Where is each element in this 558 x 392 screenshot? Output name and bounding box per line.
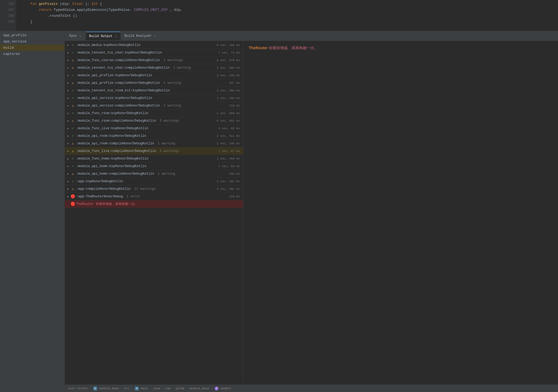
table-row[interactable]: ▶ ✓ :module_api_profile:kspHonorDebugKot…	[65, 72, 243, 79]
expand-icon[interactable]: ▶	[66, 66, 70, 70]
tab-build-analyzer-close[interactable]: ✕	[153, 34, 157, 38]
table-row[interactable]: ▶ ✓ :module_media:kspHonorDebugKotlin 9 …	[65, 41, 243, 49]
row-time: 7 sec, 87 ms	[213, 150, 243, 153]
row-time: 9 sec, 108 ms	[213, 44, 243, 47]
breadcrumb-src: src	[124, 387, 129, 390]
row-label: :app:compileHonorDebugKotlin 21 warnings	[76, 187, 213, 191]
table-row[interactable]: ▶ ✓ :module_api_service:kspHonorDebugKot…	[65, 94, 243, 102]
line-num-157: 157	[0, 7, 14, 13]
tab-sync-label: Sync	[69, 34, 77, 38]
content-area: Sync ✕ Build Output ✕ Build Analyzer ✕ ▶…	[65, 31, 558, 392]
row-label: :module_media:kspHonorDebugKotlin	[76, 43, 213, 47]
tab-sync[interactable]: Sync ✕	[66, 32, 85, 40]
row-time: 6 sec, 879 ms	[213, 59, 243, 62]
expand-icon[interactable]: ▶	[66, 157, 70, 161]
row-time: 7 sec, 13 ms	[213, 51, 243, 54]
row-time: 4 sec, 80 ms	[213, 127, 243, 130]
router-error-message: TheRouter 有模块增减，请再构建一次。	[249, 46, 553, 51]
row-time: 1 sec, 346 ms	[213, 142, 243, 145]
error-icon: 🔴	[70, 202, 75, 207]
build-list-panel[interactable]: ▶ ✓ :module_media:kspHonorDebugKotlin 9 …	[65, 41, 243, 384]
expand-icon[interactable]: ▶	[66, 172, 70, 176]
line-num-156: 156	[0, 1, 14, 7]
expand-icon[interactable]: ▶	[66, 164, 70, 168]
table-row[interactable]: ▶ ⚠ :module_api_room:compileHonorDebugKo…	[65, 140, 243, 147]
expand-icon[interactable]: ▶	[66, 119, 70, 123]
expand-icon[interactable]: ▶	[66, 134, 70, 138]
table-row[interactable]: ▶ ⚠ :module_api_service:compileHonorDebu…	[65, 102, 243, 109]
expand-icon[interactable]: ▶	[66, 111, 70, 115]
expand-icon[interactable]: ▶	[66, 187, 70, 191]
table-row[interactable]: ▶ ⚠ :module_api_home:compileHonorDebugKo…	[65, 170, 243, 178]
sidebar-item-captures[interactable]: captures	[0, 51, 65, 57]
breadcrumb-module-base: module_base	[99, 387, 119, 390]
success-icon: ✓	[70, 134, 75, 138]
row-label: :module_func_room:compileHonorDebugKotli…	[76, 119, 213, 123]
sidebar-item-app-service[interactable]: app_service	[0, 38, 65, 45]
expand-icon[interactable]: ▶	[66, 179, 70, 184]
expand-icon[interactable]: ▶	[66, 81, 70, 85]
tab-build-output-close[interactable]: ✕	[114, 34, 118, 38]
breadcrumb-module-base-2: module_base	[190, 387, 209, 390]
expand-icon[interactable]: ▶	[66, 73, 70, 78]
router-label: TheRouter	[249, 46, 268, 50]
row-label: :module_api_profile:kspHonorDebugKotlin	[76, 74, 213, 77]
table-row[interactable]: ▶ ✓ :module_func_room:kspHonorDebugKotli…	[65, 109, 243, 117]
sidebar-item-build[interactable]: build	[0, 45, 65, 51]
table-row[interactable]: ▶ ✓ :app:kspHonorDebugKotlin 2 sec, 391 …	[65, 178, 243, 185]
error-icon: 🔴	[70, 194, 75, 199]
table-row[interactable]: ▶ ⚠ :module_tencent_tui_chat:compileHono…	[65, 64, 243, 72]
table-row[interactable]: ▶ ⚠ :module_func_live:compileHonorDebugK…	[65, 147, 243, 155]
code-line-159: }	[22, 19, 558, 25]
row-time: 2 sec, 339 ms	[213, 74, 243, 77]
warning-icon: ⚠	[70, 58, 75, 63]
success-icon: ✓	[70, 164, 75, 169]
table-row[interactable]: ▶ 🔴 :app:TheRouterHonorDebug 1 error 219…	[65, 193, 243, 200]
tab-build-analyzer[interactable]: Build Analyzer ✕	[121, 32, 160, 40]
expand-icon[interactable]: ▶	[66, 51, 70, 55]
expand-icon[interactable]: ▶	[66, 104, 70, 108]
breadcrumb-user-client: user-client	[68, 387, 88, 390]
tab-sync-close[interactable]: ✕	[79, 34, 82, 38]
table-row[interactable]: ▶ ⚠ :app:compileHonorDebugKotlin 21 warn…	[65, 185, 243, 193]
error-message-row[interactable]: 🔴 TheRouter 有模块增减，请再构建一次。	[65, 200, 243, 208]
success-icon: ✓	[70, 88, 75, 93]
sidebar-item-app-profile[interactable]: app_profile	[0, 32, 65, 38]
table-row[interactable]: ▶ ✓ :module_api_room:kspHonorDebugKotlin…	[65, 132, 243, 140]
table-row[interactable]: ▶ ⚠ :module_func_course:compileHonorDebu…	[65, 57, 243, 64]
row-time: 2 sec, 391 ms	[213, 180, 243, 183]
row-label: :module_func_course:compileHonorDebugKot…	[76, 58, 213, 62]
expand-icon[interactable]: ▶	[66, 126, 70, 131]
expand-icon[interactable]: ▶	[66, 58, 70, 62]
expand-icon[interactable]: ▶	[66, 141, 70, 146]
success-icon: ✓	[70, 156, 75, 161]
expand-icon[interactable]: ▶	[66, 149, 70, 153]
line-num-159: 159	[0, 19, 14, 25]
tab-build-output[interactable]: Build Output ✕	[86, 32, 121, 40]
table-row[interactable]: ▶ ✓ :module_tencent_tui_room_kit:kspHono…	[65, 87, 243, 94]
tabs-bar: Sync ✕ Build Output ✕ Build Analyzer ✕	[65, 31, 558, 41]
row-label: :module_api_service:compileHonorDebugKot…	[76, 104, 213, 108]
code-line-156: fun getPixels (dip: Float ): Int {	[22, 1, 558, 7]
breadcrumb-java: java	[153, 387, 160, 390]
expand-icon[interactable]: ▶	[66, 88, 70, 93]
success-icon: ✓	[70, 126, 75, 131]
table-row[interactable]: ▶ ⚠ :module_func_room:compileHonorDebugK…	[65, 117, 243, 125]
expand-icon[interactable]: ▶	[66, 43, 70, 47]
status-bar: user-client › m module_base › src › m ma…	[65, 384, 558, 392]
table-row[interactable]: ▶ ✓ :module_func_home:kspHonorDebugKotli…	[65, 155, 243, 162]
expand-icon[interactable]: ▶	[66, 96, 70, 100]
row-time: 2 sec, 580 ms	[213, 89, 243, 92]
success-icon: ✓	[70, 73, 75, 78]
table-row[interactable]: ▶ ⚠ :module_api_profile:compileHonorDebu…	[65, 79, 243, 87]
row-label: :module_api_room:kspHonorDebugKotlin	[76, 134, 213, 138]
row-label: :module_api_home:kspHonorDebugKotlin	[76, 164, 213, 168]
table-row[interactable]: ▶ ✓ :module_func_live:kspHonorDebugKotli…	[65, 125, 243, 132]
table-row[interactable]: ▶ ✓ :module_api_home:kspHonorDebugKotlin…	[65, 162, 243, 170]
breadcrumb-gxlab: gxlab	[175, 387, 184, 390]
row-time: 537 ms	[213, 81, 243, 85]
main-layout: app_profile app_service build captures S…	[0, 31, 558, 392]
table-row[interactable]: ▶ ✓ :module_tencent_tui_chat:kspHonorDeb…	[65, 49, 243, 57]
success-icon: ✓	[70, 43, 75, 48]
expand-icon[interactable]: ▶	[66, 194, 70, 199]
